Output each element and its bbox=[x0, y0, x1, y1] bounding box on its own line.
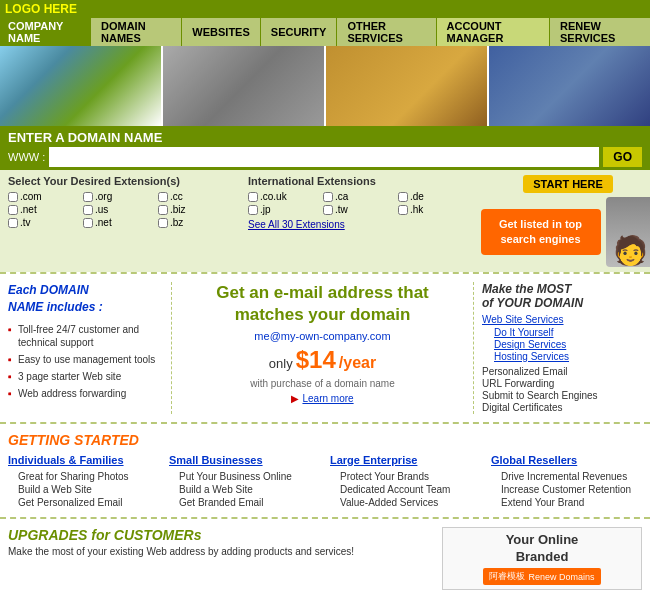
email-example: me@my-own-company.com bbox=[182, 330, 463, 342]
web-site-services-link[interactable]: Web Site Services bbox=[482, 314, 642, 325]
ext-ca[interactable]: .ca bbox=[323, 191, 393, 202]
ext-jp[interactable]: .jp bbox=[248, 204, 318, 215]
intl-extensions: International Extensions .co.uk .ca .de … bbox=[248, 175, 468, 230]
gs-item-email1: Get Personalized Email bbox=[8, 496, 159, 509]
gs-item-retention: Increase Customer Retention bbox=[491, 483, 642, 496]
learn-more-link[interactable]: ▶ Learn more bbox=[182, 392, 463, 404]
logo: LOGO HERE bbox=[5, 2, 77, 16]
each-domain-col: Each DOMAIN NAME includes : ▪Toll-free 2… bbox=[8, 282, 163, 414]
ext-couk[interactable]: .co.uk bbox=[248, 191, 318, 202]
ext-org[interactable]: .org bbox=[83, 191, 153, 202]
ext-de[interactable]: .de bbox=[398, 191, 468, 202]
start-here-arrow: START HERE bbox=[523, 175, 612, 193]
each-domain-title: Each DOMAIN NAME includes : bbox=[8, 282, 163, 316]
upgrades-section: UPGRADES for CUSTOMERs Make the most of … bbox=[0, 517, 650, 593]
getting-started-title: GETTING STARTED bbox=[8, 432, 642, 448]
url-forwarding: URL Forwarding bbox=[482, 378, 642, 389]
gs-col-small: Small Businesses Put Your Business Onlin… bbox=[169, 454, 320, 509]
domain-input[interactable] bbox=[49, 147, 599, 167]
gs-col-resellers-title[interactable]: Global Resellers bbox=[491, 454, 642, 466]
email-promo-col: Get an e-mail address that matches your … bbox=[171, 282, 474, 414]
getting-started-section: GETTING STARTED Individuals & Families G… bbox=[0, 422, 650, 517]
gs-col-small-list: Put Your Business Online Build a Web Sit… bbox=[169, 470, 320, 509]
personalized-email: Personalized Email bbox=[482, 366, 642, 377]
your-online-text: Your Online bbox=[506, 532, 579, 547]
gs-col-resellers-list: Drive Incremental Revenues Increase Cust… bbox=[491, 470, 642, 509]
branded-text: Branded bbox=[516, 549, 569, 564]
gs-col-large-title[interactable]: Large Enterprise bbox=[330, 454, 481, 466]
nav-security[interactable]: SECURITY bbox=[260, 18, 337, 46]
gs-col-resellers: Global Resellers Drive Incremental Reven… bbox=[491, 454, 642, 509]
gs-item-account-team: Dedicated Account Team bbox=[330, 483, 481, 496]
ext-hk[interactable]: .hk bbox=[398, 204, 468, 215]
extensions-row: Select Your Desired Extension(s) .com .o… bbox=[0, 170, 650, 272]
hosting-services-link[interactable]: Hosting Services bbox=[482, 351, 642, 362]
ext-cc[interactable]: .cc bbox=[158, 191, 228, 202]
each-domain-item-4: ▪Web address forwarding bbox=[8, 385, 163, 402]
domain-search-label: ENTER A DOMAIN NAME bbox=[8, 130, 642, 145]
submit-search: Submit to Search Engines bbox=[482, 390, 642, 401]
nav-account-manager[interactable]: ACCOUNT MANAGER bbox=[436, 18, 549, 46]
design-services-link[interactable]: Design Services bbox=[482, 339, 642, 350]
ext-biz[interactable]: .biz bbox=[158, 204, 228, 215]
nav-bar: COMPANY NAME DOMAIN NAMES WEBSITES SECUR… bbox=[0, 18, 650, 46]
each-domain-item-1: ▪Toll-free 24/7 customer and technical s… bbox=[8, 321, 163, 351]
ext-tw[interactable]: .tw bbox=[323, 204, 393, 215]
start-here-block: START HERE Get listed in top search engi… bbox=[488, 175, 648, 267]
go-button[interactable]: GO bbox=[603, 147, 642, 167]
gs-col-individuals-title[interactable]: Individuals & Families bbox=[8, 454, 159, 466]
watermark-text2: Renew Domains bbox=[528, 572, 594, 582]
banner-img-4 bbox=[487, 46, 650, 126]
banner-img-1 bbox=[0, 46, 161, 126]
ext-tv[interactable]: .tv bbox=[8, 217, 78, 228]
ext-net2[interactable]: .net bbox=[83, 217, 153, 228]
upgrades-title: UPGRADES for CUSTOMERs bbox=[8, 527, 432, 543]
do-it-yourself-link[interactable]: Do It Yourself bbox=[482, 327, 642, 338]
with-purchase-text: with purchase of a domain name bbox=[182, 378, 463, 389]
banner-img-3 bbox=[324, 46, 487, 126]
ext-net[interactable]: .net bbox=[8, 204, 78, 215]
nav-other-services[interactable]: OTHER SERVICES bbox=[336, 18, 435, 46]
gs-item-branded-email: Get Branded Email bbox=[169, 496, 320, 509]
www-label: WWW : bbox=[8, 151, 45, 163]
make-most-links: Web Site Services Do It Yourself Design … bbox=[482, 314, 642, 362]
each-domain-item-2: ▪Easy to use management tools bbox=[8, 351, 163, 368]
ext-com[interactable]: .com bbox=[8, 191, 78, 202]
make-most-col: Make the MOST of YOUR DOMAIN Web Site Se… bbox=[482, 282, 642, 414]
see-all-link[interactable]: See All 30 Extensions bbox=[248, 219, 468, 230]
getting-started-grid: Individuals & Families Great for Sharing… bbox=[8, 454, 642, 509]
gs-col-large-list: Protect Your Brands Dedicated Account Te… bbox=[330, 470, 481, 509]
make-most-title: Make the MOST of YOUR DOMAIN bbox=[482, 282, 642, 310]
each-domain-list: ▪Toll-free 24/7 customer and technical s… bbox=[8, 321, 163, 402]
only-text: only bbox=[269, 356, 293, 371]
gs-item-protect: Protect Your Brands bbox=[330, 470, 481, 483]
gs-col-small-title[interactable]: Small Businesses bbox=[169, 454, 320, 466]
local-ext-title: Select Your Desired Extension(s) bbox=[8, 175, 228, 187]
nav-domain-names[interactable]: DOMAIN NAMES bbox=[90, 18, 181, 46]
each-domain-item-3: ▪3 page starter Web site bbox=[8, 368, 163, 385]
gs-item-website1: Build a Web Site bbox=[8, 483, 159, 496]
nav-websites[interactable]: WEBSITES bbox=[181, 18, 259, 46]
gs-item-online: Put Your Business Online bbox=[169, 470, 320, 483]
gs-item-sharing: Great for Sharing Photos bbox=[8, 470, 159, 483]
header: LOGO HERE bbox=[0, 0, 650, 18]
gs-col-large: Large Enterprise Protect Your Brands Ded… bbox=[330, 454, 481, 509]
ext-bz[interactable]: .bz bbox=[158, 217, 228, 228]
learn-more-text[interactable]: Learn more bbox=[302, 393, 353, 404]
make-most-plain: Personalized Email URL Forwarding Submit… bbox=[482, 366, 642, 413]
banner-img-2 bbox=[161, 46, 324, 126]
search-engine-bubble: Get listed in top search engines bbox=[481, 209, 601, 256]
nav-renew-services[interactable]: RENEW SERVICES bbox=[549, 18, 650, 46]
company-name: COMPANY NAME bbox=[0, 20, 90, 44]
gs-col-individuals-list: Great for Sharing Photos Build a Web Sit… bbox=[8, 470, 159, 509]
digital-certs: Digital Certificates bbox=[482, 402, 642, 413]
price-period: /year bbox=[339, 354, 376, 371]
ext-us[interactable]: .us bbox=[83, 204, 153, 215]
watermark-logo: 阿睿模板 Renew Domains bbox=[483, 568, 600, 585]
intl-ext-title: International Extensions bbox=[248, 175, 468, 187]
price-line: only $14 /year bbox=[182, 346, 463, 374]
gs-col-individuals: Individuals & Families Great for Sharing… bbox=[8, 454, 159, 509]
local-extensions: Select Your Desired Extension(s) .com .o… bbox=[8, 175, 228, 228]
upgrades-left: UPGRADES for CUSTOMERs Make the most of … bbox=[8, 527, 432, 557]
gs-item-brand: Extend Your Brand bbox=[491, 496, 642, 509]
